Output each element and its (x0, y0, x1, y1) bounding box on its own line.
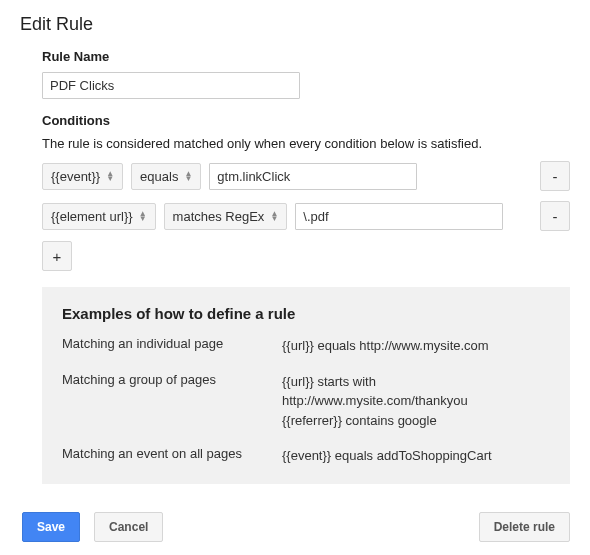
example-label: Matching an event on all pages (62, 446, 282, 466)
example-body: {{url}} equals http://www.mysite.com (282, 336, 550, 356)
add-condition-button[interactable]: + (42, 241, 72, 271)
operator-selector[interactable]: matches RegEx ▲▼ (164, 203, 288, 230)
example-label: Matching an individual page (62, 336, 282, 356)
example-row: Matching an event on all pages {{event}}… (62, 446, 550, 466)
operator-value: matches RegEx (173, 209, 265, 224)
conditions-label: Conditions (42, 113, 570, 128)
remove-condition-button[interactable]: - (540, 201, 570, 231)
condition-row: {{event}} ▲▼ equals ▲▼ - (42, 161, 570, 191)
remove-condition-button[interactable]: - (540, 161, 570, 191)
stepper-icon: ▲▼ (139, 211, 147, 221)
example-row: Matching a group of pages {{url}} starts… (62, 372, 550, 431)
condition-row: {{element url}} ▲▼ matches RegEx ▲▼ - (42, 201, 570, 231)
condition-value-input[interactable] (209, 163, 417, 190)
variable-value: {{event}} (51, 169, 100, 184)
example-body: {{url}} starts with http://www.mysite.co… (282, 372, 550, 431)
conditions-helper: The rule is considered matched only when… (42, 136, 570, 151)
rule-name-input[interactable] (42, 72, 300, 99)
example-label: Matching a group of pages (62, 372, 282, 431)
save-button[interactable]: Save (22, 512, 80, 542)
variable-selector[interactable]: {{event}} ▲▼ (42, 163, 123, 190)
examples-title: Examples of how to define a rule (62, 305, 550, 322)
variable-value: {{element url}} (51, 209, 133, 224)
example-body: {{event}} equals addToShoppingCart (282, 446, 550, 466)
operator-selector[interactable]: equals ▲▼ (131, 163, 201, 190)
condition-value-input[interactable] (295, 203, 503, 230)
operator-value: equals (140, 169, 178, 184)
delete-rule-button[interactable]: Delete rule (479, 512, 570, 542)
examples-panel: Examples of how to define a rule Matchin… (42, 287, 570, 484)
variable-selector[interactable]: {{element url}} ▲▼ (42, 203, 156, 230)
rule-name-label: Rule Name (42, 49, 570, 64)
cancel-button[interactable]: Cancel (94, 512, 163, 542)
stepper-icon: ▲▼ (106, 171, 114, 181)
page-title: Edit Rule (20, 14, 570, 35)
example-row: Matching an individual page {{url}} equa… (62, 336, 550, 356)
footer: Save Cancel Delete rule (20, 512, 570, 542)
stepper-icon: ▲▼ (184, 171, 192, 181)
stepper-icon: ▲▼ (270, 211, 278, 221)
